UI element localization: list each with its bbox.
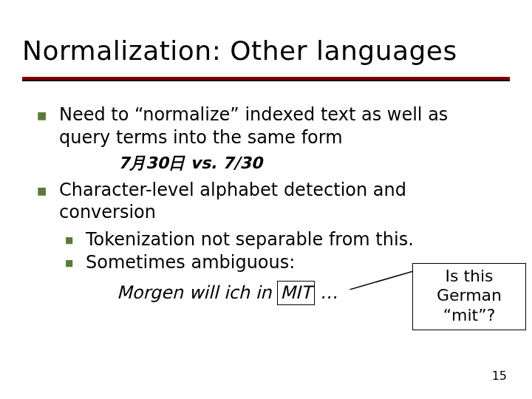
slide: Normalization: Other languages ■ Need to… bbox=[0, 0, 532, 399]
bullet-2-text: Character-level alphabet detection and c… bbox=[59, 179, 495, 224]
highlight-box-mit: MIT bbox=[277, 281, 314, 305]
bullet-1-text: Need to “normalize” indexed text as well… bbox=[59, 103, 495, 149]
bullet-icon: ■ bbox=[65, 228, 86, 251]
sub-bullet-1-text: Tokenization not separable from this. bbox=[86, 228, 495, 251]
bullet-icon: ■ bbox=[65, 251, 86, 274]
example-date: 7月30日 vs. 7/30 bbox=[118, 153, 495, 174]
sub-bullet-1: ■ Tokenization not separable from this. bbox=[65, 228, 495, 251]
callout-line1: Is this bbox=[445, 267, 493, 285]
slide-title: Normalization: Other languages bbox=[22, 35, 510, 66]
page-number: 15 bbox=[492, 369, 507, 383]
callout-box: Is this German “mit”? bbox=[412, 263, 526, 330]
title-underline bbox=[22, 77, 510, 81]
bullet-icon: ■ bbox=[37, 179, 59, 224]
callout-line2: German “mit”? bbox=[437, 286, 502, 324]
example-suffix: … bbox=[315, 282, 338, 303]
bullet-1: ■ Need to “normalize” indexed text as we… bbox=[37, 103, 495, 149]
bullet-icon: ■ bbox=[37, 103, 59, 149]
example-prefix: Morgen will ich in bbox=[117, 282, 277, 303]
bullet-2: ■ Character-level alphabet detection and… bbox=[37, 179, 495, 224]
